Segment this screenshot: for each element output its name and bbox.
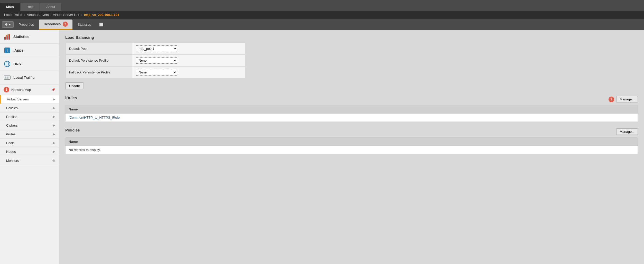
chevron-icon-pools: ▶ [53,141,55,145]
irules-title: iRules [65,96,77,100]
chevron-icon-vs: ▶ [53,98,55,101]
policies-no-records-row: No records to display. [66,146,638,154]
sidebar-dns-label: DNS [13,62,21,66]
policies-col-name: Name [66,138,638,146]
chevron-icon-profiles: ▶ [53,115,55,118]
fallback-persistence-label: Fallback Persistence Profile [66,67,132,78]
default-pool-select[interactable]: http_pool1 http_pool2 None [136,45,177,52]
nodes-label: Nodes [6,150,16,154]
sidebar-item-virtual-servers[interactable]: Virtual Servers ▶ [0,95,59,104]
chevron-icon-policies: ▶ [53,106,55,110]
breadcrumb-virtual-servers[interactable]: Virtual Servers [27,13,49,17]
tab-about[interactable]: About [40,3,61,11]
sidebar-item-ciphers[interactable]: Ciphers ▶ [0,121,59,130]
tab-statistics[interactable]: Statistics [73,21,96,29]
monitors-label: Monitors [6,159,19,163]
default-persistence-row: Default Persistence Profile None source_… [66,55,245,67]
default-persistence-select[interactable]: None source_addr cookie [136,57,177,64]
sidebar-item-network-map[interactable]: 1 Network Map 📌 [0,84,59,95]
breadcrumb-vs-list[interactable]: Virtual Server List [53,13,79,17]
sidebar-iapps-label: iApps [13,48,23,52]
breadcrumb-sep3: » [81,13,82,17]
breadcrumb-local-traffic[interactable]: Local Traffic [4,13,22,17]
irule-link[interactable]: /Common/HTTP_to_HTTPS_iRule [69,116,120,119]
irules-header: iRules 3 Manage... [65,96,638,103]
policies-manage-button[interactable]: Manage... [616,128,638,135]
policies-label: Policies [6,106,18,110]
resources-badge: 2 [63,22,68,27]
sidebar-item-iapps[interactable]: i iApps [0,44,59,57]
sidebar-item-policies[interactable]: Policies ▶ [0,104,59,112]
default-pool-row: Default Pool http_pool1 http_pool2 None [66,43,245,55]
irules-section: iRules 3 Manage... Name /Common/HTTP_to_… [65,96,638,122]
irule-row: /Common/HTTP_to_HTTPS_iRule [66,114,638,122]
tab-help[interactable]: Help [21,3,40,11]
iapps-icon: i [4,47,11,54]
svg-rect-1 [6,35,8,40]
dns-icon [4,60,11,68]
irules-col-name: Name [66,105,638,114]
policies-section: Policies Manage... Name No records to di… [65,128,638,154]
tab-properties[interactable]: Properties [14,21,39,29]
svg-text:i: i [7,49,8,52]
breadcrumb: Local Traffic » Virtual Servers : Virtua… [0,11,644,19]
sub-tab-bar: ⚙ ▾ Properties Resources 2 Statistics ⬜ [0,19,644,30]
fallback-persistence-row: Fallback Persistence Profile None source… [66,67,245,78]
plus-icon-monitors: ⊕ [52,158,55,163]
tab-resources[interactable]: Resources 2 [39,20,72,30]
svg-rect-2 [8,34,10,40]
breadcrumb-colon: : [50,13,51,17]
top-tab-bar: Main Help About [0,0,644,11]
svg-rect-9 [5,77,6,79]
sidebar-local-traffic-label: Local Traffic [13,76,34,80]
expand-icon[interactable]: ⬜ [96,21,106,29]
update-button[interactable]: Update [65,82,84,89]
policies-header: Policies Manage... [65,128,638,135]
sidebar-item-statistics[interactable]: Statistics [0,30,59,44]
sidebar-item-dns[interactable]: DNS [0,57,59,71]
main-layout: Statistics i iApps DNS [0,30,644,264]
chevron-icon-nodes: ▶ [53,150,55,153]
svg-rect-10 [7,77,8,79]
tab-main[interactable]: Main [0,3,20,11]
breadcrumb-sep1: » [24,13,25,17]
network-map-label: Network Map [11,88,31,92]
virtual-servers-label: Virtual Servers [7,97,29,101]
chevron-icon-ciphers: ▶ [53,124,55,127]
pin-icon: 📌 [52,88,55,91]
policies-table: Name No records to display. [65,137,638,154]
sidebar-statistics-label: Statistics [13,35,29,39]
breadcrumb-current: http_vs_202.100.1.101 [84,13,119,17]
irules-manage-button[interactable]: Manage... [616,96,638,102]
load-balancing-title: Load Balancing [65,35,638,40]
sidebar-item-irules[interactable]: iRules ▶ [0,130,59,139]
sidebar-local-traffic-section: 1 Network Map 📌 Virtual Servers ▶ Polici… [0,84,59,165]
sidebar-item-monitors[interactable]: Monitors ⊕ [0,156,59,165]
svg-rect-0 [4,37,6,40]
irules-table: Name /Common/HTTP_to_HTTPS_iRule [65,105,638,122]
load-balancing-form: Default Pool http_pool1 http_pool2 None … [65,43,245,78]
irules-label: iRules [6,132,15,136]
policies-title: Policies [65,128,80,132]
sidebar-item-local-traffic[interactable]: Local Traffic [0,71,59,84]
annotation-badge-3: 3 [609,97,614,102]
annotation-badge-1: 1 [4,87,9,92]
default-persistence-label: Default Persistence Profile [66,55,132,67]
ciphers-label: Ciphers [6,124,18,127]
chevron-icon-irules: ▶ [53,133,55,136]
pools-label: Pools [6,141,15,145]
sidebar-item-profiles[interactable]: Profiles ▶ [0,112,59,121]
gear-button[interactable]: ⚙ ▾ [2,21,14,28]
sidebar-item-nodes[interactable]: Nodes ▶ [0,147,59,156]
policies-no-records: No records to display. [66,146,638,154]
statistics-icon [4,33,11,40]
default-pool-label: Default Pool [66,43,132,55]
sidebar-item-pools[interactable]: Pools ▶ [0,139,59,147]
local-traffic-icon [4,74,11,81]
fallback-persistence-select[interactable]: None source_addr cookie [136,69,177,76]
main-content: Load Balancing Default Pool http_pool1 h… [59,30,644,264]
sidebar: Statistics i iApps DNS [0,30,59,264]
profiles-label: Profiles [6,115,17,119]
